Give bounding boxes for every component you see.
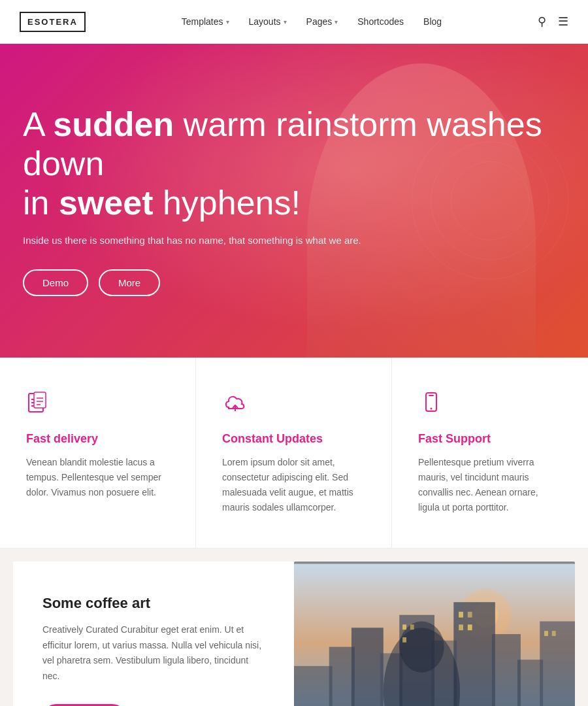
portfolio-text-card: Some coffee art Creatively Curated Curab…	[13, 562, 294, 706]
svg-rect-27	[517, 660, 543, 706]
brand-logo[interactable]: ESOTERA	[20, 12, 86, 32]
menu-icon[interactable]: ☰	[558, 14, 568, 29]
feature-title-delivery: Fast delivery	[26, 432, 169, 446]
feature-card-support: Fast Support Pellentesque pretium viverr…	[392, 358, 588, 548]
feature-card-delivery: Fast delivery Venean blandit molestie la…	[0, 358, 196, 548]
hero-content: A sudden warm rainstorm washes down in s…	[0, 105, 588, 295]
demo-button[interactable]: Demo	[23, 269, 88, 296]
hero-buttons: Demo More	[23, 269, 565, 296]
nav-links: Templates ▾ Layouts ▾ Pages ▾ Shortcodes…	[182, 16, 442, 27]
nav-actions: ⚲ ☰	[538, 14, 568, 29]
chevron-down-icon: ▾	[226, 18, 229, 25]
feature-text-delivery: Venean blandit molestie lacus a tempus. …	[26, 455, 169, 500]
features-section: Fast delivery Venean blandit molestie la…	[0, 358, 588, 548]
hero-subtitle: Inside us there is something that has no…	[23, 235, 389, 246]
svg-rect-20	[329, 647, 355, 706]
navbar: ESOTERA Templates ▾ Layouts ▾ Pages ▾ Sh…	[0, 0, 588, 44]
svg-rect-39	[552, 631, 556, 637]
portfolio-image	[294, 562, 575, 706]
svg-rect-26	[492, 634, 521, 706]
nav-blog[interactable]: Blog	[423, 16, 442, 27]
feature-text-updates: Lorem ipsum dolor sit amet, consectetur …	[222, 455, 365, 515]
svg-rect-34	[459, 612, 463, 618]
nav-layouts[interactable]: Layouts ▾	[249, 16, 287, 27]
feature-title-updates: Constant Updates	[222, 432, 365, 446]
chevron-down-icon: ▾	[284, 18, 287, 25]
svg-rect-36	[459, 625, 463, 631]
nav-shortcodes[interactable]: Shortcodes	[357, 16, 404, 27]
cloud-upload-icon	[222, 390, 365, 419]
city-skyline-illustration	[294, 562, 575, 706]
fast-delivery-icon	[26, 390, 169, 419]
svg-rect-35	[468, 612, 472, 618]
nav-templates[interactable]: Templates ▾	[182, 16, 229, 27]
more-button[interactable]: More	[99, 269, 160, 296]
feature-title-support: Fast Support	[418, 432, 562, 446]
mobile-icon	[418, 390, 562, 419]
nav-pages[interactable]: Pages ▾	[306, 16, 338, 27]
portfolio-section: Some coffee art Creatively Curated Curab…	[0, 548, 588, 706]
hero-section: A sudden warm rainstorm washes down in s…	[0, 44, 588, 358]
svg-rect-19	[294, 666, 333, 706]
svg-rect-37	[468, 625, 472, 631]
feature-card-updates: Constant Updates Lorem ipsum dolor sit a…	[196, 358, 392, 548]
svg-rect-33	[402, 637, 406, 643]
svg-rect-38	[544, 631, 548, 637]
hero-title: A sudden warm rainstorm washes down in s…	[23, 105, 565, 222]
svg-rect-31	[402, 625, 406, 630]
feature-text-support: Pellentesque pretium viverra mauris, vel…	[418, 455, 562, 515]
chevron-down-icon: ▾	[335, 18, 338, 25]
search-icon[interactable]: ⚲	[538, 14, 546, 29]
svg-point-15	[431, 408, 433, 410]
svg-rect-21	[351, 628, 384, 706]
portfolio-description: Creatively Curated Curabitur eget erat e…	[42, 622, 265, 684]
svg-rect-32	[410, 625, 414, 630]
svg-rect-8	[34, 392, 46, 408]
portfolio-title: Some coffee art	[42, 595, 265, 612]
